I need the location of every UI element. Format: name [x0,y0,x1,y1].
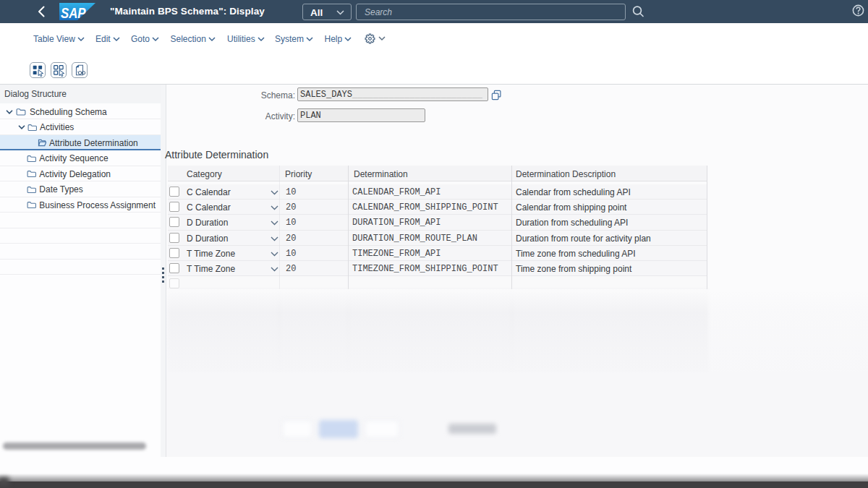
svg-text:SAP: SAP [61,4,86,21]
